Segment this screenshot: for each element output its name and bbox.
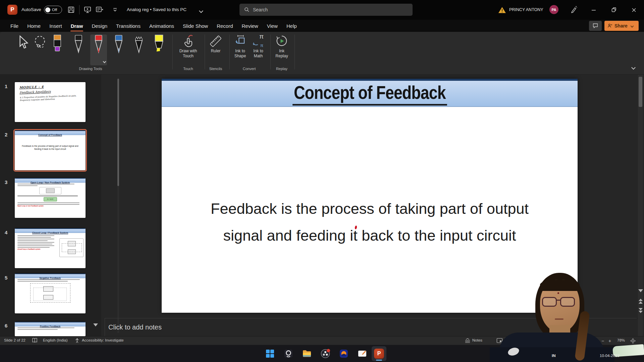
thumbnail-slide-4[interactable]: Closed Loop / Feedback System closed loo…	[15, 228, 86, 268]
language-status[interactable]: English (India)	[43, 338, 68, 342]
whiteboard-app-icon[interactable]	[356, 347, 369, 360]
slide-number: 5	[5, 275, 7, 281]
thumbnail-slide-1[interactable]: MODULE - 4 Feedback Amplifiers 4.1 Prope…	[15, 82, 86, 122]
select-tool[interactable]	[14, 35, 31, 65]
start-button[interactable]	[264, 347, 276, 360]
main-scrollbar[interactable]	[638, 75, 643, 336]
pen-blue-tool[interactable]	[110, 35, 127, 65]
active-app-indicator	[376, 360, 382, 361]
customize-toolbar-icon[interactable]	[95, 5, 104, 14]
lasso-select-tool[interactable]	[32, 35, 48, 65]
normal-view-icon[interactable]	[496, 338, 503, 344]
thumbnail-scrollbar[interactable]	[117, 78, 119, 333]
eraser-tool[interactable]	[49, 35, 66, 65]
maximize-button[interactable]	[604, 0, 623, 20]
collapse-ribbon-icon[interactable]	[631, 65, 636, 70]
taskbar-date[interactable]: 10-04-2023	[600, 354, 620, 358]
slide-number: 2	[5, 132, 7, 137]
accessibility-status[interactable]: Accessibility: Investigate	[82, 338, 124, 342]
main-scrollbar-thumb[interactable]	[639, 77, 642, 107]
tab-home[interactable]: Home	[23, 21, 45, 31]
tab-record[interactable]: Record	[212, 21, 237, 31]
slide-title[interactable]: Concept of Feedback	[292, 82, 447, 106]
search-icon	[244, 7, 250, 12]
spell-check-icon[interactable]	[32, 338, 38, 344]
tab-review[interactable]: Review	[237, 21, 263, 31]
scroll-down-button[interactable]	[638, 289, 643, 292]
highlighter-icon	[153, 35, 165, 54]
taskbar-language-badge[interactable]: IN	[552, 354, 556, 358]
ink-replay-button[interactable]: Ink Replay	[271, 34, 292, 59]
notes-toggle-label[interactable]: Notes	[472, 338, 482, 342]
pencil-tool[interactable]	[130, 35, 147, 65]
slide-number: 4	[5, 230, 7, 235]
powerpoint-taskbar-icon-active[interactable]: P	[372, 346, 386, 361]
warning-icon[interactable]	[498, 6, 506, 14]
slide-body-text[interactable]: Feedback is the process of taking part o…	[162, 195, 578, 249]
ink-pen-icon[interactable]	[570, 5, 578, 14]
tab-draw[interactable]: Draw	[66, 21, 88, 31]
tab-file[interactable]: File	[6, 21, 23, 31]
comments-button[interactable]	[589, 21, 602, 31]
quick-access-chevron-icon[interactable]	[111, 5, 119, 14]
next-slide-button[interactable]	[639, 308, 643, 313]
thumbnail-slide-2-selected[interactable]: Concept of Feedback Feedback is the proc…	[15, 130, 86, 170]
tab-animations[interactable]: Animations	[145, 21, 178, 31]
avatar-initials: PA	[552, 8, 556, 12]
media-app-icon[interactable]	[337, 347, 350, 360]
document-title[interactable]: Analog reg • Saved to this PC	[127, 7, 186, 12]
group-label-stencils: Stencils	[205, 67, 226, 71]
draw-with-touch-button[interactable]: Draw with Touch	[173, 34, 203, 59]
previous-slide-button[interactable]	[639, 299, 643, 304]
tab-insert[interactable]: Insert	[45, 21, 66, 31]
minimize-button[interactable]	[584, 0, 603, 20]
zoom-in-button[interactable]: +	[608, 338, 611, 344]
toggle-knob-icon	[45, 7, 50, 12]
thumb-title: Concept of Feedback	[38, 134, 62, 136]
autosave-state: Off	[52, 8, 57, 12]
group-label-convert: Convert	[231, 67, 268, 71]
ribbon-tab-bar: File Home Insert Draw Design Transitions…	[0, 20, 644, 32]
slide-counter[interactable]: Slide 2 of 22	[4, 338, 25, 342]
pen-black-tool[interactable]	[70, 35, 87, 65]
fit-slide-to-window-icon[interactable]	[630, 338, 636, 345]
thumbnail-slide-5[interactable]: Negative Feedback	[15, 274, 86, 313]
slide-body-line1: Feedback is the process of taking part o…	[162, 195, 578, 222]
camera-app-icon[interactable]	[282, 347, 295, 360]
save-icon[interactable]	[67, 5, 75, 14]
notes-toggle-icon[interactable]	[465, 338, 471, 344]
zoom-level[interactable]: 78%	[617, 338, 625, 342]
pen-red-tool-selected[interactable]	[90, 35, 107, 65]
slide-canvas[interactable]: Concept of Feedback Feedback is the proc…	[162, 79, 578, 313]
negative-feedback-diagram	[30, 283, 70, 303]
slide-number: 1	[5, 83, 7, 89]
pen-options-chevron-icon[interactable]	[103, 60, 106, 63]
share-person-icon	[607, 23, 613, 28]
tab-view[interactable]: View	[263, 21, 282, 31]
thumbnail-slide-3[interactable]: Open Loop / Non Feedback System A = Vo/V…	[15, 178, 86, 218]
tab-transitions[interactable]: Transitions	[112, 21, 145, 31]
user-avatar[interactable]: PA	[549, 5, 558, 14]
autosave-toggle[interactable]: Off	[44, 6, 62, 14]
close-button[interactable]	[625, 0, 643, 20]
ink-to-math-button[interactable]: π π Ink to Math	[250, 34, 267, 59]
thumbnail-scrollbar-thumb[interactable]	[117, 79, 119, 186]
search-box[interactable]: Search	[239, 4, 413, 16]
start-slideshow-icon[interactable]	[83, 5, 92, 14]
zoom-out-button[interactable]: −	[601, 338, 604, 344]
share-button[interactable]: Share	[604, 21, 639, 31]
highlighter-tool[interactable]	[151, 35, 167, 65]
obs-studio-icon[interactable]	[319, 347, 332, 360]
ruler-button[interactable]: Ruler	[205, 34, 226, 54]
thumbnail-scroll-down-button[interactable]	[93, 323, 98, 326]
title-chevron-icon[interactable]	[197, 6, 205, 15]
file-explorer-icon[interactable]	[301, 347, 313, 360]
ink-to-shape-button[interactable]: Ink to Shape	[231, 34, 250, 59]
thumbnail-slide-6[interactable]: Positive Feedback	[15, 322, 86, 336]
tab-help[interactable]: Help	[282, 21, 301, 31]
tab-slideshow[interactable]: Slide Show	[178, 21, 212, 31]
handwritten-line: 4.1 Properties of positive & Negative fe…	[19, 94, 80, 102]
tab-design[interactable]: Design	[87, 21, 112, 31]
feedback-diagram	[59, 238, 84, 257]
notes-pane[interactable]: Click to add notes	[105, 318, 637, 336]
